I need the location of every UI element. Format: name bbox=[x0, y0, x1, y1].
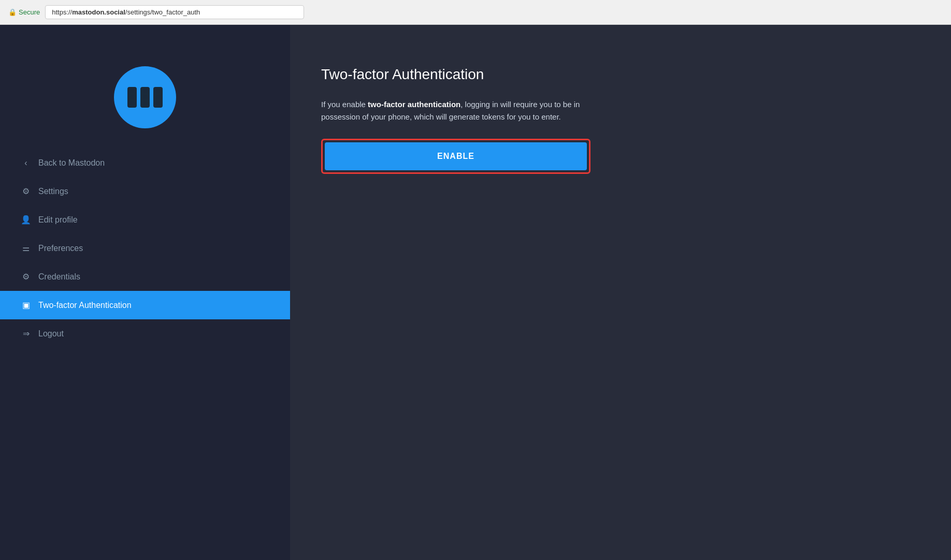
secure-indicator: 🔒 Secure bbox=[8, 8, 40, 16]
two-factor-icon: ▣ bbox=[21, 300, 31, 310]
enable-button-wrapper: ENABLE bbox=[321, 139, 590, 174]
svg-point-6 bbox=[143, 89, 147, 93]
url-domain: mastodon.social bbox=[72, 8, 125, 16]
nav-item-two-factor: ▣ Two-factor Authentication bbox=[0, 291, 290, 319]
logout-link[interactable]: ⇒ Logout bbox=[0, 319, 290, 348]
description-bold: two-factor authentication bbox=[368, 100, 460, 109]
svg-point-8 bbox=[143, 101, 147, 106]
svg-point-5 bbox=[130, 101, 134, 106]
svg-point-9 bbox=[156, 89, 160, 93]
settings-link[interactable]: ⚙ Settings bbox=[0, 177, 290, 205]
settings-icon: ⚙ bbox=[21, 186, 31, 196]
nav-item-preferences: ⚌ Preferences bbox=[0, 234, 290, 262]
nav-item-settings: ⚙ Settings bbox=[0, 177, 290, 205]
credentials-label: Credentials bbox=[38, 272, 80, 282]
svg-point-11 bbox=[156, 101, 160, 106]
lock-icon: 🔒 bbox=[8, 8, 17, 16]
svg-point-4 bbox=[130, 95, 134, 99]
sidebar: ‹ Back to Mastodon ⚙ Settings 👤 Edit pro… bbox=[0, 25, 290, 560]
url-path: /settings/two_factor_auth bbox=[125, 8, 200, 16]
two-factor-link[interactable]: ▣ Two-factor Authentication bbox=[0, 291, 290, 319]
preferences-icon: ⚌ bbox=[21, 243, 31, 253]
nav-item-edit-profile: 👤 Edit profile bbox=[0, 205, 290, 234]
page-title: Two-factor Authentication bbox=[321, 66, 920, 83]
two-factor-label: Two-factor Authentication bbox=[38, 301, 132, 310]
browser-bar: 🔒 Secure https://mastodon.social/setting… bbox=[0, 0, 951, 25]
svg-point-7 bbox=[143, 95, 147, 99]
edit-profile-label: Edit profile bbox=[38, 215, 78, 225]
credentials-icon: ⚙ bbox=[21, 272, 31, 282]
back-label: Back to Mastodon bbox=[38, 158, 105, 168]
edit-profile-link[interactable]: 👤 Edit profile bbox=[0, 205, 290, 234]
settings-label: Settings bbox=[38, 187, 68, 196]
page-layout: ‹ Back to Mastodon ⚙ Settings 👤 Edit pro… bbox=[0, 25, 951, 560]
credentials-link[interactable]: ⚙ Credentials bbox=[0, 262, 290, 291]
nav-menu: ‹ Back to Mastodon ⚙ Settings 👤 Edit pro… bbox=[0, 149, 290, 348]
url-bar[interactable]: https://mastodon.social/settings/two_fac… bbox=[45, 5, 304, 19]
profile-icon: 👤 bbox=[21, 215, 31, 225]
enable-button[interactable]: ENABLE bbox=[325, 142, 587, 170]
description-text: If you enable two-factor authentication,… bbox=[321, 98, 590, 123]
nav-item-credentials: ⚙ Credentials bbox=[0, 262, 290, 291]
nav-item-back: ‹ Back to Mastodon bbox=[0, 149, 290, 177]
logout-label: Logout bbox=[38, 329, 64, 338]
logout-icon: ⇒ bbox=[21, 329, 31, 338]
preferences-label: Preferences bbox=[38, 244, 83, 253]
url-prefix: https:// bbox=[52, 8, 72, 16]
preferences-link[interactable]: ⚌ Preferences bbox=[0, 234, 290, 262]
avatar bbox=[114, 66, 176, 128]
secure-label: Secure bbox=[19, 8, 40, 16]
main-content: Two-factor Authentication If you enable … bbox=[290, 25, 951, 560]
avatar-container bbox=[114, 66, 176, 128]
mastodon-logo bbox=[124, 82, 166, 113]
back-to-mastodon-link[interactable]: ‹ Back to Mastodon bbox=[0, 149, 290, 177]
nav-item-logout: ⇒ Logout bbox=[0, 319, 290, 348]
svg-point-3 bbox=[130, 89, 134, 93]
back-icon: ‹ bbox=[21, 158, 31, 168]
svg-point-10 bbox=[156, 95, 160, 99]
description-part1: If you enable bbox=[321, 100, 368, 109]
